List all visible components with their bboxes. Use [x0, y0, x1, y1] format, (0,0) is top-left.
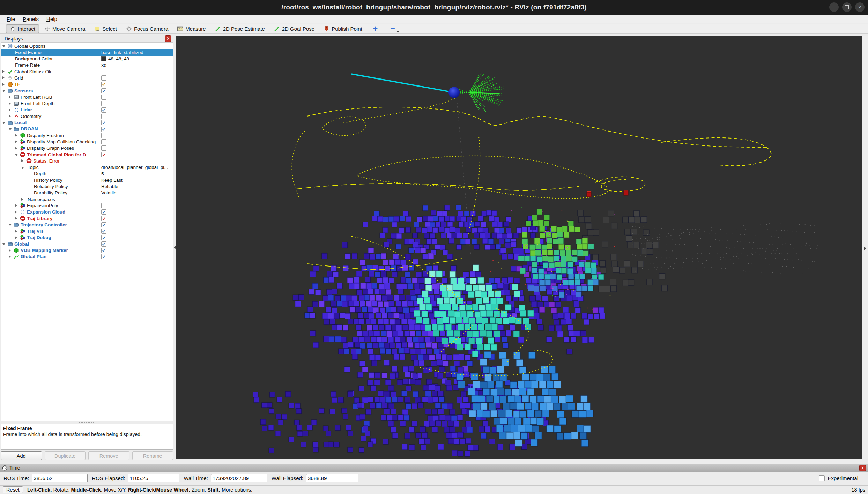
value-text[interactable]: droan/local_planner_global_pl... — [101, 165, 168, 170]
expander-open-icon[interactable] — [21, 167, 24, 169]
checkbox-checked[interactable] — [101, 88, 106, 93]
tree-row-droan[interactable]: DROAN — [1, 126, 173, 132]
expander-closed-icon[interactable] — [15, 211, 17, 214]
value-text[interactable]: Keep Last — [101, 178, 123, 183]
checkbox-checked[interactable] — [101, 222, 106, 227]
tree-row-front-left-depth[interactable]: Front Left Depth — [1, 100, 173, 107]
time-field-input[interactable] — [211, 474, 267, 482]
checkbox-checked[interactable] — [101, 152, 106, 157]
move-camera-button[interactable]: Move Camera — [40, 24, 89, 33]
tree-row-front-left-rgb[interactable]: Front Left RGB — [1, 94, 173, 100]
tree-row-disparity-frustum[interactable]: Disparity Frustum — [1, 132, 173, 139]
checkbox-unchecked[interactable] — [101, 75, 106, 81]
maximize-button[interactable] — [842, 2, 852, 12]
tree-row-odometry[interactable]: Odometry — [1, 113, 173, 119]
expander-closed-icon[interactable] — [9, 249, 11, 252]
tree-row-grid[interactable]: Grid — [1, 75, 173, 81]
tree-row-trajectory-controller[interactable]: Trajectory Controller — [1, 222, 173, 228]
tree-row-global-status-ok[interactable]: Global Status: Ok — [1, 68, 173, 75]
expander-closed-icon[interactable] — [15, 236, 17, 239]
expander-closed-icon[interactable] — [9, 255, 11, 258]
tree-row-expansionpoly[interactable]: ExpansionPoly — [1, 202, 173, 209]
checkbox-checked[interactable] — [101, 229, 106, 234]
expander-closed-icon[interactable] — [9, 115, 11, 118]
experimental-checkbox[interactable] — [819, 475, 825, 481]
checkbox-unchecked[interactable] — [101, 95, 106, 100]
checkbox-checked[interactable] — [101, 82, 106, 87]
tree-row-background-color[interactable]: Background Color48; 48; 48 — [1, 56, 173, 62]
collapse-right-arrow[interactable] — [864, 247, 866, 250]
checkbox-unchecked[interactable] — [101, 133, 106, 138]
value-text[interactable]: 5 — [101, 171, 104, 177]
expander-open-icon[interactable] — [9, 224, 12, 226]
tree-row-history-policy[interactable]: History PolicyKeep Last — [1, 177, 173, 183]
expander-closed-icon[interactable] — [21, 159, 23, 162]
tree-row-expansion-cloud[interactable]: Expansion Cloud — [1, 209, 173, 215]
value-text[interactable]: base_link_stabilized — [101, 50, 143, 55]
checkbox-checked[interactable] — [101, 209, 106, 215]
value-text[interactable]: Reliable — [101, 184, 118, 189]
2d-pose-estimate-button[interactable]: 2D Pose Estimate — [211, 24, 269, 33]
tree-row-global-plan[interactable]: Global Plan — [1, 254, 173, 260]
2d-goal-pose-button[interactable]: 2D Goal Pose — [270, 24, 318, 33]
expander-open-icon[interactable] — [2, 45, 5, 47]
select-button[interactable]: Select — [90, 24, 121, 33]
3d-viewport[interactable] — [176, 36, 862, 459]
tree-row-tf[interactable]: TF — [1, 81, 173, 88]
time-field-input[interactable] — [306, 474, 358, 482]
checkbox-checked[interactable] — [101, 248, 106, 253]
tree-row-status-error[interactable]: Status: Error — [1, 158, 173, 164]
tree-row-depth[interactable]: Depth5 — [1, 171, 173, 177]
expander-open-icon[interactable] — [15, 154, 18, 156]
expander-closed-icon[interactable] — [21, 198, 23, 201]
menu-item-file[interactable]: File — [3, 15, 19, 23]
interact-button[interactable]: Interact — [6, 24, 39, 33]
tree-row-fixed-frame[interactable]: Fixed Framebase_link_stabilized — [1, 49, 173, 55]
checkbox-unchecked[interactable] — [101, 139, 106, 144]
toolbar-drag-handle[interactable] — [1, 25, 3, 32]
time-field-input[interactable] — [128, 474, 179, 482]
time-field-input[interactable] — [32, 474, 88, 482]
tree-row-topic[interactable]: Topicdroan/local_planner_global_pl... — [1, 164, 173, 171]
zoom-in-button[interactable]: + — [368, 25, 383, 32]
measure-button[interactable]: Measure — [173, 24, 209, 33]
checkbox-checked[interactable] — [101, 120, 106, 125]
expander-closed-icon[interactable] — [15, 217, 17, 220]
checkbox-unchecked[interactable] — [101, 145, 106, 151]
menu-item-panels[interactable]: Panels — [19, 15, 43, 23]
minimize-button[interactable]: – — [829, 2, 839, 12]
tree-row-frame-rate[interactable]: Frame Rate30 — [1, 62, 173, 68]
checkbox-checked[interactable] — [101, 235, 106, 240]
tree-row-namespaces[interactable]: Namespaces — [1, 196, 173, 202]
checkbox-unchecked[interactable] — [101, 101, 106, 106]
expander-closed-icon[interactable] — [15, 204, 17, 207]
expander-open-icon[interactable] — [2, 243, 5, 245]
zoom-out-button[interactable]: − — [385, 25, 400, 32]
expander-closed-icon[interactable] — [15, 147, 17, 150]
expander-open-icon[interactable] — [2, 90, 5, 92]
value-text[interactable]: Volatile — [101, 190, 117, 195]
expander-open-icon[interactable] — [2, 122, 5, 124]
expander-open-icon[interactable] — [9, 128, 12, 130]
close-button[interactable]: × — [855, 2, 865, 12]
checkbox-checked[interactable] — [101, 241, 106, 247]
tree-row-reliability-policy[interactable]: Reliability PolicyReliable — [1, 184, 173, 190]
expander-closed-icon[interactable] — [15, 140, 17, 143]
tree-row-traj-library[interactable]: Traj Library — [1, 215, 173, 222]
checkbox-unchecked[interactable] — [101, 114, 106, 119]
tree-row-disparity-graph-poses[interactable]: Disparity Graph Poses — [1, 145, 173, 151]
value-text[interactable]: 48; 48; 48 — [108, 56, 129, 61]
menu-item-help[interactable]: Help — [43, 15, 61, 23]
checkbox-checked[interactable] — [101, 216, 106, 221]
expander-closed-icon[interactable] — [9, 108, 11, 111]
publish-point-button[interactable]: Publish Point — [320, 24, 366, 33]
time-close-button[interactable] — [859, 465, 866, 471]
tree-row-trimmed-global-plan-for-d[interactable]: Trimmed Global Plan for D... — [1, 151, 173, 158]
focus-camera-button[interactable]: Focus Camera — [122, 24, 172, 33]
add-button[interactable]: Add — [1, 451, 42, 460]
displays-close-button[interactable] — [165, 35, 171, 42]
tree-row-disparity-map-collision-checking[interactable]: Disparity Map Collision Checking — [1, 139, 173, 145]
value-text[interactable]: 30 — [101, 63, 106, 68]
checkbox-unchecked[interactable] — [101, 203, 106, 208]
tree-row-traj-debug[interactable]: Traj Debug — [1, 234, 173, 241]
